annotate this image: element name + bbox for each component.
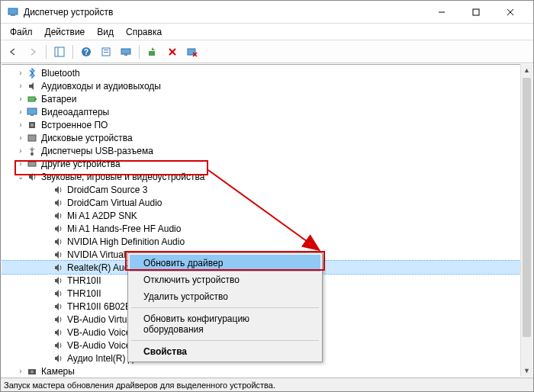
display-icon: [26, 106, 38, 118]
tree-category[interactable]: ›Видеоадаптеры: [2, 105, 532, 118]
scan-hardware-button[interactable]: [117, 43, 135, 61]
cm-uninstall-device[interactable]: Удалить устройство: [130, 288, 320, 305]
svg-rect-13: [121, 49, 130, 54]
vertical-scrollbar[interactable]: ▲ ▼: [520, 64, 532, 377]
expander-icon[interactable]: ›: [15, 95, 26, 103]
expander-icon[interactable]: ›: [15, 146, 26, 155]
tree-node-label: Камеры: [41, 366, 75, 377]
update-driver-button[interactable]: [143, 43, 162, 61]
sound-icon: [52, 288, 64, 300]
svg-rect-6: [55, 47, 64, 56]
sound-icon: [52, 236, 64, 248]
svg-rect-31: [28, 162, 36, 166]
tree-node-label: DroidCam Source 3: [67, 185, 147, 195]
expander-icon[interactable]: ›: [15, 133, 26, 142]
close-button[interactable]: [493, 1, 527, 24]
expander-icon[interactable]: ›: [15, 108, 26, 116]
tree-device-item[interactable]: NVIDIA High Definition Audio: [2, 235, 532, 248]
svg-point-26: [34, 139, 35, 140]
svg-rect-3: [473, 9, 479, 15]
usb-icon: [26, 145, 38, 157]
tree-device-item[interactable]: DroidCam Virtual Audio: [2, 196, 532, 209]
audio-icon: [26, 80, 38, 92]
scroll-up-button[interactable]: ▲: [521, 64, 532, 76]
expander-icon[interactable]: ›: [15, 69, 26, 77]
tree-category[interactable]: ›Bluetooth: [2, 66, 532, 79]
back-button[interactable]: [4, 43, 22, 61]
expander-icon[interactable]: ›: [15, 82, 26, 90]
sound-icon: [52, 326, 64, 339]
status-text: Запуск мастера обновления драйверов для …: [4, 381, 275, 390]
cm-properties[interactable]: Свойства: [130, 343, 320, 360]
cm-separator: [131, 307, 319, 308]
svg-rect-14: [124, 54, 127, 56]
expander-icon[interactable]: ›: [15, 367, 26, 375]
tree-node-label: THR10II: [67, 288, 101, 299]
tree-node-label: Mi A1 A2DP SNK: [67, 210, 137, 221]
scroll-thumb[interactable]: [523, 78, 531, 337]
toolbar-separator: [72, 45, 73, 59]
svg-rect-24: [31, 124, 34, 127]
status-bar: Запуск мастера обновления драйверов для …: [1, 378, 533, 391]
svg-rect-19: [28, 97, 35, 101]
forward-button[interactable]: [24, 43, 42, 61]
svg-rect-12: [104, 52, 108, 53]
sound-icon: [26, 171, 38, 183]
tree-node-label: THR10II: [67, 275, 101, 286]
properties-button[interactable]: [97, 43, 115, 61]
svg-rect-1: [11, 14, 15, 16]
sound-icon: [52, 197, 64, 209]
toolbar: ?: [1, 40, 533, 63]
camera-icon: [26, 365, 38, 378]
sound-icon: [52, 300, 64, 313]
sound-icon: [52, 352, 64, 365]
menu-file[interactable]: Файл: [4, 25, 39, 39]
cm-update-driver[interactable]: Обновить драйвер: [130, 255, 320, 272]
tree-device-item[interactable]: Mi A1 A2DP SNK: [2, 209, 532, 222]
tree-device-item[interactable]: DroidCam Source 3: [2, 183, 532, 196]
help-button[interactable]: ?: [77, 43, 95, 61]
expander-icon[interactable]: ⌄: [15, 172, 26, 181]
cm-disable-device[interactable]: Отключить устройство: [130, 272, 320, 288]
expander-icon[interactable]: ›: [15, 159, 26, 168]
menu-view[interactable]: Вид: [91, 25, 120, 39]
tree-device-item[interactable]: Mi A1 Hands-Free HF Audio: [2, 222, 532, 235]
svg-point-33: [31, 370, 34, 373]
tree-category[interactable]: ›Аудиовходы и аудиовыходы: [2, 79, 532, 92]
sound-icon: [52, 249, 64, 261]
tree-category[interactable]: ›Диспетчеры USB-разъема: [2, 144, 532, 157]
svg-text:?: ?: [84, 48, 88, 56]
tree-category[interactable]: ›Камеры: [2, 365, 532, 377]
expander-icon[interactable]: ›: [15, 120, 26, 129]
tree-category[interactable]: ›Другие устройства: [2, 157, 532, 170]
tree-node-label: Bluetooth: [41, 68, 80, 79]
tree-category[interactable]: ›Дисковые устройства: [2, 131, 532, 144]
cm-scan-hardware[interactable]: Обновить конфигурацию оборудования: [130, 310, 320, 338]
window-controls: [424, 1, 527, 24]
sound-icon: [52, 339, 64, 352]
minimize-button[interactable]: [424, 1, 458, 24]
svg-rect-0: [8, 8, 18, 14]
tree-node-label: Диспетчеры USB-разъема: [41, 146, 153, 156]
bluetooth-icon: [26, 67, 38, 79]
toolbar-separator: [139, 45, 140, 59]
context-menu: Обновить драйвер Отключить устройство Уд…: [127, 252, 323, 362]
tree-node-label: Звуковые, игровые и видеоустройства: [41, 172, 204, 182]
sound-icon: [52, 262, 64, 274]
tree-category-expanded[interactable]: ⌄Звуковые, игровые и видеоустройства: [2, 170, 532, 183]
tree-node-label: Другие устройства: [41, 159, 121, 169]
show-hide-tree-button[interactable]: [50, 43, 69, 61]
maximize-button[interactable]: [458, 1, 493, 24]
menu-action[interactable]: Действие: [39, 25, 92, 39]
uninstall-button[interactable]: [163, 43, 182, 61]
menu-help[interactable]: Справка: [120, 25, 168, 39]
svg-rect-21: [27, 108, 37, 114]
tree-category[interactable]: ›Батареи: [2, 92, 532, 105]
window-title: Диспетчер устройств: [24, 7, 424, 18]
disable-button[interactable]: [183, 43, 201, 61]
app-icon: [7, 6, 19, 18]
scroll-down-button[interactable]: ▼: [521, 365, 532, 377]
tree-node-label: NVIDIA High Definition Audio: [67, 236, 185, 247]
sound-icon: [52, 275, 64, 287]
tree-category[interactable]: ›Встроенное ПО: [2, 118, 532, 131]
